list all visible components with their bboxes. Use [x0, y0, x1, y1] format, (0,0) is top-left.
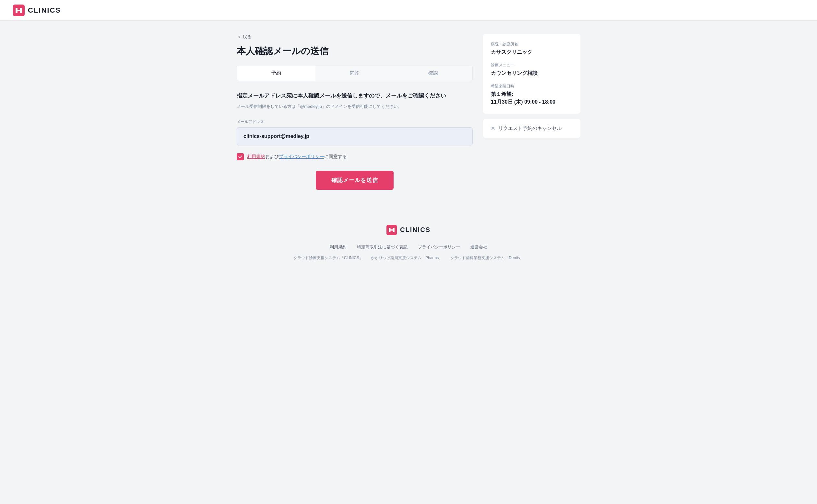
terms-suffix: に同意する	[324, 154, 347, 159]
checkmark-icon	[238, 155, 243, 159]
footer-logo-icon	[386, 225, 397, 235]
cancel-card[interactable]: ✕ リクエスト予約のキャンセル	[483, 119, 580, 138]
back-label: ＜ 戻る	[237, 34, 252, 40]
datetime-first: 第１希望:	[491, 90, 572, 98]
submit-button[interactable]: 確認メールを送信	[316, 171, 394, 190]
header: CLINICS	[0, 0, 817, 21]
footer-sub-links: クラウド診療支援システム「CLINICS」 かかりつけ薬局支援システム「Phar…	[6, 255, 811, 261]
info-secondary: メール受信制限をしている方は「@medley.jp」のドメインを受信可能にしてく…	[237, 103, 473, 110]
step-kakunin: 確認	[394, 65, 472, 81]
terms-checkbox-row: 利用規約およびプライバシーポリシーに同意する	[237, 153, 473, 160]
footer-sub-clinics: クラウド診療支援システム「CLINICS」	[294, 255, 363, 261]
submit-button-wrap: 確認メールを送信	[237, 171, 473, 190]
right-sidebar: 病院・診療所名 カサスクリニック 診療メニュー カウンセリング相談 希望来院日時…	[483, 34, 580, 138]
footer-links: 利用規約 特定商取引法に基づく表記 プライバシーポリシー 運営会社	[6, 244, 811, 250]
email-input[interactable]: clinics-support@medley.jp	[237, 127, 473, 145]
terms-link[interactable]: 利用規約	[247, 154, 265, 159]
datetime-val: 11月30日 (木) 09:00 - 18:00	[491, 98, 572, 106]
footer-link-terms[interactable]: 利用規約	[330, 244, 347, 250]
datetime-value: 第１希望: 11月30日 (木) 09:00 - 18:00	[491, 90, 572, 106]
back-link[interactable]: ＜ 戻る	[237, 34, 252, 40]
privacy-link[interactable]: プライバシーポリシー	[279, 154, 324, 159]
menu-label: 診療メニュー	[491, 63, 572, 68]
main-container: ＜ 戻る 本人確認メールの送信 予約 問診 確認 指定メールアドレス宛に本人確認…	[230, 21, 587, 212]
logo: CLINICS	[13, 5, 61, 16]
email-field-label: メールアドレス	[237, 119, 473, 125]
clinic-name: カサスクリニック	[491, 48, 572, 56]
cancel-x-icon: ✕	[491, 125, 495, 132]
left-content: ＜ 戻る 本人確認メールの送信 予約 問診 確認 指定メールアドレス宛に本人確認…	[237, 34, 473, 192]
footer-logo-text: CLINICS	[400, 226, 431, 234]
clinic-label: 病院・診療所名	[491, 41, 572, 47]
step-yoyaku: 予約	[237, 65, 316, 81]
logo-icon	[13, 5, 25, 16]
footer: CLINICS 利用規約 特定商取引法に基づく表記 プライバシーポリシー 運営会…	[0, 212, 817, 271]
footer-link-privacy[interactable]: プライバシーポリシー	[418, 244, 460, 250]
step-monshin: 問診	[316, 65, 394, 81]
page-title: 本人確認メールの送信	[237, 45, 473, 57]
terms-label: 利用規約およびプライバシーポリシーに同意する	[247, 154, 347, 160]
menu-name: カウンセリング相談	[491, 69, 572, 77]
footer-sub-pharms: かかりつけ薬局支援システム「Pharms」	[371, 255, 443, 261]
sidebar-info-card: 病院・診療所名 カサスクリニック 診療メニュー カウンセリング相談 希望来院日時…	[483, 34, 580, 114]
header-logo-text: CLINICS	[28, 6, 61, 15]
steps-bar: 予約 問診 確認	[237, 65, 473, 81]
cancel-label: リクエスト予約のキャンセル	[498, 125, 561, 132]
footer-link-company[interactable]: 運営会社	[470, 244, 487, 250]
footer-link-tokutei[interactable]: 特定商取引法に基づく表記	[357, 244, 408, 250]
datetime-label: 希望来院日時	[491, 84, 572, 89]
checkbox-icon[interactable]	[237, 153, 244, 160]
info-primary: 指定メールアドレス宛に本人確認メールを送信しますので、メールをご確認ください	[237, 91, 473, 100]
footer-logo: CLINICS	[6, 225, 811, 235]
footer-sub-dentis: クラウド歯科業務支援システム「Dentis」	[450, 255, 523, 261]
